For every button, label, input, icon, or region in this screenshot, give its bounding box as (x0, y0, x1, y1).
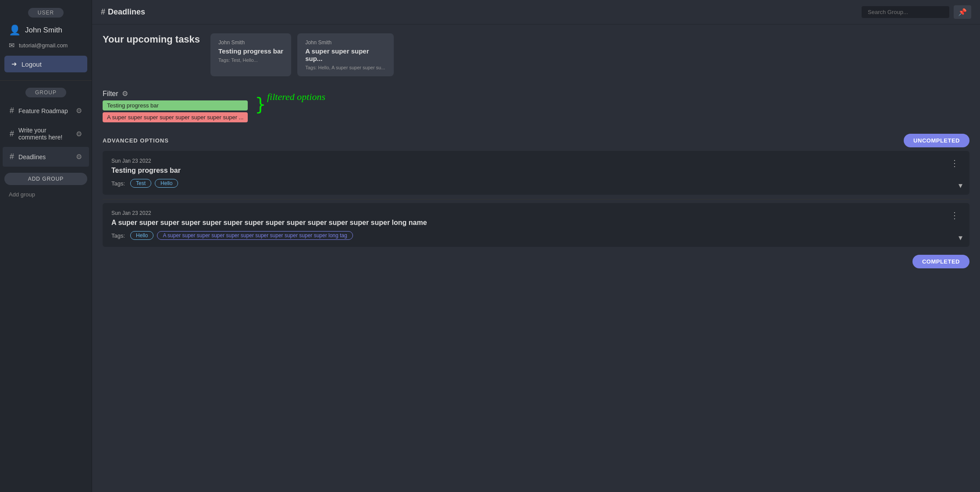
user-email: tutorial@gmail.com (19, 42, 68, 49)
main-area: # Deadlines 📌 Your upcoming tasks John S… (92, 0, 980, 492)
sidebar-hash-write-comments: # (10, 129, 14, 139)
uncompleted-status-row: ADVANCED OPTIONS UNCOMPLETED (103, 130, 969, 151)
task-tags-row-1: Tags: Test Hello (111, 179, 181, 188)
filter-brace-decoration: } (255, 96, 266, 113)
task-row-2-header: Sun Jan 23 2022 A super super super supe… (111, 210, 961, 240)
filter-container: Filter ⚙ Testing progress barA super sup… (103, 89, 248, 122)
topbar-title-text: Deadlines (108, 7, 145, 17)
card-author-0: John Smith (218, 39, 283, 46)
advanced-options-button[interactable]: ADVANCED OPTIONS (103, 137, 169, 144)
filter-option-1[interactable]: A super super super super super super su… (103, 112, 248, 122)
logout-button[interactable]: ➜ Logout (4, 56, 87, 72)
upcoming-section: Your upcoming tasks John Smith Testing p… (103, 33, 969, 76)
task-title-1: Testing progress bar (111, 167, 181, 175)
content-area: Your upcoming tasks John Smith Testing p… (92, 25, 980, 492)
tag-test: Test (130, 179, 151, 188)
sidebar-gear-write-comments[interactable]: ⚙ (76, 130, 82, 138)
search-input[interactable] (862, 6, 949, 18)
add-group-button[interactable]: ADD GROUP (4, 173, 87, 185)
filter-label-row: Filter ⚙ (103, 89, 248, 98)
task-divider (103, 199, 969, 200)
filter-label: Filter (103, 90, 118, 98)
sidebar: USER 👤 John Smith ✉ tutorial@gmail.com ➜… (0, 0, 92, 492)
group-section-badge: GROUP (0, 88, 92, 97)
sidebar-item-deadlines[interactable]: # Deadlines ⚙ (3, 147, 89, 167)
task-row-1: Sun Jan 23 2022 Testing progress bar Tag… (103, 151, 969, 195)
email-icon: ✉ (9, 41, 14, 50)
logout-label: Logout (21, 61, 42, 68)
filter-section: Filter ⚙ Testing progress barA super sup… (103, 89, 969, 122)
topbar: # Deadlines 📌 (92, 0, 980, 25)
filter-annotation-text: filtered options (267, 91, 325, 103)
sidebar-item-left-deadlines: # Deadlines (10, 152, 46, 161)
card-tags-1: Tags: Hello, A super super super su... (305, 65, 386, 70)
sidebar-item-name-write-comments: Write your comments here! (18, 127, 76, 141)
upcoming-card-0[interactable]: John Smith Testing progress bar Tags: Te… (210, 33, 291, 76)
uncompleted-button[interactable]: UNCOMPLETED (904, 134, 969, 147)
card-author-1: John Smith (305, 39, 386, 46)
tag-hello-2: Hello (130, 231, 153, 240)
task-2-menu-button[interactable]: ⋮ (948, 210, 961, 221)
topbar-title: # Deadlines (101, 7, 145, 17)
sidebar-gear-feature-roadmap[interactable]: ⚙ (76, 107, 82, 115)
sidebar-item-name-feature-roadmap: Feature Roadmap (18, 107, 68, 114)
task-tags-row-2: Tags: Hello A super super super super su… (111, 231, 427, 240)
task-1-menu-button[interactable]: ⋮ (948, 158, 961, 168)
sidebar-groups-list: # Feature Roadmap ⚙ # Write your comment… (0, 100, 92, 168)
user-name: John Smith (25, 26, 62, 35)
filter-gear-icon[interactable]: ⚙ (122, 89, 128, 98)
task-row-1-header: Sun Jan 23 2022 Testing progress bar Tag… (111, 158, 961, 188)
user-section-badge: USER (0, 8, 92, 18)
topbar-icon-button[interactable]: 📌 (954, 5, 971, 19)
upcoming-cards: John Smith Testing progress bar Tags: Te… (210, 33, 394, 76)
sidebar-hash-feature-roadmap: # (10, 106, 14, 115)
tag-long: A super super super super super super su… (157, 231, 353, 240)
upcoming-card-1[interactable]: John Smith A super super super sup... Ta… (297, 33, 394, 76)
topbar-hash: # (101, 7, 105, 17)
filter-option-0[interactable]: Testing progress bar (103, 100, 248, 111)
card-title-1: A super super super sup... (305, 47, 386, 62)
user-name-row: 👤 John Smith (0, 21, 92, 39)
task-row-2-left: Sun Jan 23 2022 A super super super supe… (111, 210, 427, 240)
task-date-2: Sun Jan 23 2022 (111, 210, 427, 216)
task-row-2: Sun Jan 23 2022 A super super super supe… (103, 203, 969, 247)
task-2-expand-arrow[interactable]: ▾ (959, 233, 962, 242)
task-title-2: A super super super super super super su… (111, 219, 427, 227)
card-title-0: Testing progress bar (218, 47, 283, 55)
card-tags-0: Tags: Test, Hello... (218, 57, 283, 63)
sidebar-gear-deadlines[interactable]: ⚙ (76, 153, 82, 161)
sidebar-hash-deadlines: # (10, 152, 14, 161)
user-email-row: ✉ tutorial@gmail.com (0, 39, 92, 54)
user-icon: 👤 (9, 25, 21, 36)
sidebar-item-feature-roadmap[interactable]: # Feature Roadmap ⚙ (3, 101, 89, 121)
task-1-expand-arrow[interactable]: ▾ (959, 181, 962, 190)
sidebar-item-left-feature-roadmap: # Feature Roadmap (10, 106, 68, 115)
group-badge-label: GROUP (25, 88, 66, 97)
task-tags-label-2: Tags: (111, 232, 125, 239)
sidebar-item-left-write-comments: # Write your comments here! (10, 127, 76, 141)
upcoming-title: Your upcoming tasks (103, 33, 200, 46)
task-row-1-left: Sun Jan 23 2022 Testing progress bar Tag… (111, 158, 181, 188)
sidebar-divider-1 (0, 80, 92, 81)
task-date-1: Sun Jan 23 2022 (111, 158, 181, 164)
completed-status-row: COMPLETED (103, 251, 969, 272)
add-group-link[interactable]: Add group (0, 187, 92, 202)
user-badge-label: USER (28, 8, 64, 18)
task-tags-label-1: Tags: (111, 180, 125, 187)
sidebar-item-name-deadlines: Deadlines (18, 153, 46, 160)
tag-hello-1: Hello (155, 179, 178, 188)
filter-options-list: Testing progress barA super super super … (103, 100, 248, 122)
sidebar-item-write-comments[interactable]: # Write your comments here! ⚙ (3, 121, 89, 146)
completed-button[interactable]: COMPLETED (912, 255, 969, 268)
topbar-right: 📌 (862, 5, 971, 19)
logout-icon: ➜ (11, 60, 17, 68)
